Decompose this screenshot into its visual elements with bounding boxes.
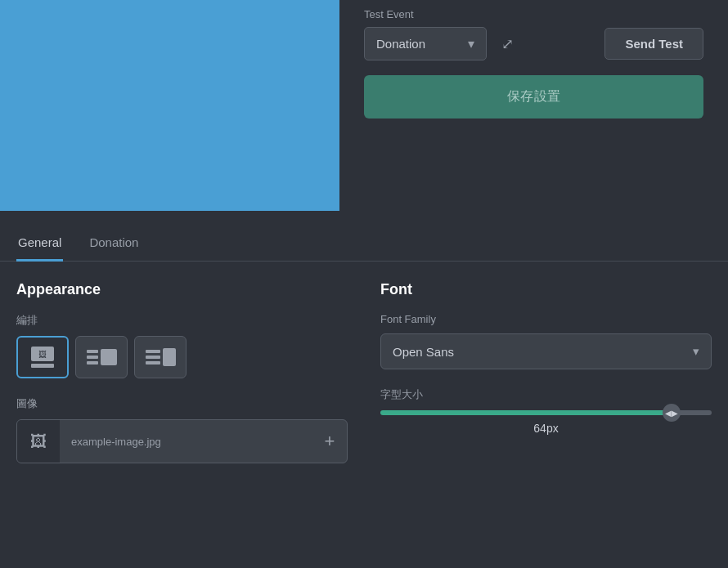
font-size-label: 字型大小 bbox=[380, 387, 712, 402]
right-panel: Test Event Donation ▾ ⤢ Send Test 保存設置 bbox=[339, 0, 728, 211]
image-add-button[interactable]: + bbox=[312, 420, 347, 463]
font-family-dropdown[interactable]: Open Sans ▾ bbox=[380, 333, 712, 369]
send-test-button[interactable]: Send Test bbox=[604, 28, 703, 60]
layout-label: 編排 bbox=[16, 313, 348, 328]
font-family-chevron-icon: ▾ bbox=[693, 344, 699, 359]
save-button[interactable]: 保存設置 bbox=[364, 75, 703, 119]
expand-icon-button[interactable]: ⤢ bbox=[497, 30, 519, 58]
image-preview-icon: 🖼 bbox=[17, 420, 60, 463]
tab-donation[interactable]: Donation bbox=[88, 227, 140, 262]
font-size-slider-row: ◀▶ bbox=[380, 410, 712, 415]
tab-general[interactable]: General bbox=[16, 227, 63, 262]
font-family-value: Open Sans bbox=[393, 345, 454, 359]
dropdown-chevron-icon: ▾ bbox=[468, 36, 474, 51]
tabs-row: General Donation bbox=[0, 227, 728, 262]
layout-img-below-button[interactable]: 🖼 bbox=[16, 336, 69, 378]
event-type-value: Donation bbox=[376, 37, 425, 51]
font-title: Font bbox=[380, 281, 712, 298]
layout-img-center-icon bbox=[87, 349, 117, 365]
font-panel: Font Font Family Open Sans ▾ 字型大小 ◀▶ 64p… bbox=[380, 281, 712, 463]
test-event-label: Test Event bbox=[364, 8, 703, 20]
image-upload-row: 🖼 example-image.jpg + bbox=[16, 419, 348, 463]
image-label: 圖像 bbox=[16, 396, 348, 411]
bottom-section: Appearance 編排 🖼 bbox=[0, 262, 728, 463]
expand-icon: ⤢ bbox=[501, 36, 514, 52]
preview-area bbox=[0, 0, 339, 211]
layout-img-below-icon: 🖼 bbox=[31, 347, 54, 368]
event-type-dropdown[interactable]: Donation ▾ bbox=[364, 27, 487, 60]
layout-img-right-button[interactable] bbox=[134, 336, 186, 378]
layout-img-center-button[interactable] bbox=[75, 336, 128, 378]
font-size-value: 64px bbox=[380, 422, 712, 435]
layout-icons-row: 🖼 bbox=[16, 336, 348, 378]
test-event-row: Donation ▾ ⤢ Send Test bbox=[364, 27, 703, 60]
layout-img-right-icon bbox=[146, 348, 176, 366]
appearance-panel: Appearance 編排 🖼 bbox=[16, 281, 348, 463]
font-size-slider-thumb[interactable]: ◀▶ bbox=[663, 404, 681, 422]
appearance-title: Appearance bbox=[16, 281, 348, 298]
font-family-label: Font Family bbox=[380, 313, 712, 325]
font-size-slider-track: ◀▶ bbox=[380, 410, 712, 415]
image-filename: example-image.jpg bbox=[60, 436, 312, 448]
